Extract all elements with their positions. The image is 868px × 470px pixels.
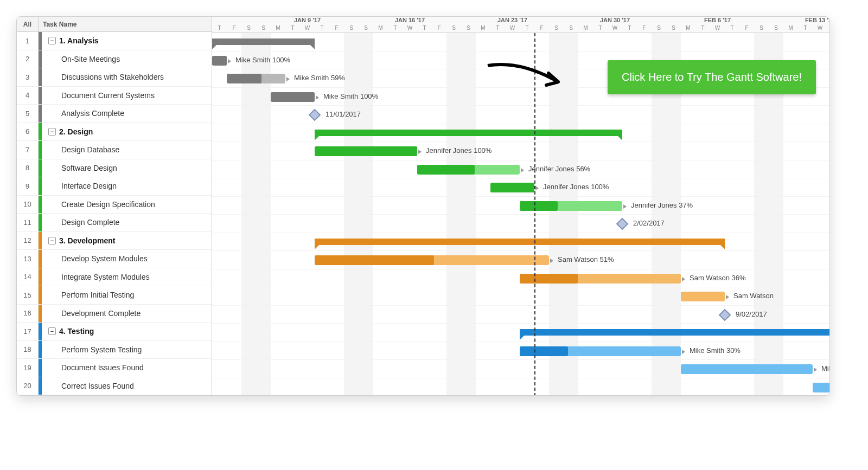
task-row[interactable]: 6−2. Design <box>17 123 212 141</box>
task-name-cell[interactable]: Document Current Systems <box>42 87 212 105</box>
task-name-label: Interface Design <box>61 182 117 190</box>
task-bar[interactable] <box>212 56 227 66</box>
collapse-toggle[interactable]: − <box>48 237 56 244</box>
task-name-cell[interactable]: Interface Design <box>42 177 212 195</box>
task-bar-label: Sam Watson <box>733 292 774 300</box>
dependency-arrow-icon <box>814 368 817 372</box>
task-row[interactable]: 15Perform Initial Testing <box>17 286 212 305</box>
task-name-label: Discussions with Stakeholders <box>61 73 164 81</box>
day-letter: S <box>769 25 783 33</box>
task-name-cell[interactable]: Discussions with Stakeholders <box>42 68 212 86</box>
task-bar[interactable] <box>315 255 549 265</box>
task-bar-label: Jennifer Jones 100% <box>426 146 492 154</box>
task-row[interactable]: 3Discussions with Stakeholders <box>17 68 212 87</box>
task-row[interactable]: 8Software Design <box>17 159 212 178</box>
task-name-cell[interactable]: −1. Analysis <box>42 32 212 50</box>
summary-bar[interactable] <box>315 239 725 245</box>
task-name-cell[interactable]: Integrate System Modules <box>42 268 212 286</box>
task-row[interactable]: 11Design Complete <box>17 214 212 232</box>
column-header-all[interactable]: All <box>17 17 39 31</box>
dependency-arrow-icon <box>286 77 290 81</box>
task-bar[interactable] <box>520 346 681 356</box>
task-name-cell[interactable]: Perform System Testing <box>42 341 212 359</box>
task-row[interactable]: 10Create Design Specification <box>17 196 212 214</box>
day-letter: T <box>212 25 227 33</box>
task-name-cell[interactable]: Create Design Specification <box>42 196 212 214</box>
day-letter: W <box>403 25 417 33</box>
day-letter: T <box>593 25 608 33</box>
task-bar[interactable] <box>681 364 813 374</box>
task-number: 10 <box>17 196 39 214</box>
week-label: FEB 6 '17 <box>666 17 769 25</box>
task-bar[interactable] <box>520 274 681 284</box>
task-row[interactable]: 12−3. Development <box>17 232 212 250</box>
task-number: 5 <box>17 105 39 123</box>
timeline-header: TFSSMTWTFSSMTWTFSSMTWTFSSMTWTFSSMTWTFSSM… <box>212 17 829 33</box>
task-name-cell[interactable]: Document Issues Found <box>42 359 212 377</box>
collapse-toggle[interactable]: − <box>48 128 56 136</box>
task-number: 17 <box>17 323 39 340</box>
task-name-cell[interactable]: On-Site Meetings <box>42 50 212 68</box>
task-name-label: Software Design <box>61 164 117 172</box>
summary-bar[interactable] <box>315 130 622 136</box>
task-bar-label: Jennifer Jones 37% <box>631 201 693 209</box>
task-bar[interactable] <box>315 146 417 156</box>
task-name-cell[interactable]: −4. Testing <box>42 323 212 340</box>
task-row[interactable]: 17−4. Testing <box>17 323 212 341</box>
task-bar[interactable] <box>417 165 520 175</box>
task-row[interactable]: 14Integrate System Modules <box>17 268 212 287</box>
task-row[interactable]: 9Interface Design <box>17 177 212 196</box>
task-bar-progress <box>271 92 315 102</box>
task-row[interactable]: 7Design Database <box>17 141 212 159</box>
task-name-cell[interactable]: Correct Issues Found <box>42 377 212 395</box>
task-name-cell[interactable]: −3. Development <box>42 232 212 250</box>
task-name-cell[interactable]: Develop System Modules <box>42 250 212 268</box>
collapse-toggle[interactable]: − <box>48 37 56 44</box>
day-letter: T <box>490 25 505 33</box>
task-row[interactable]: 13Develop System Modules <box>17 250 212 268</box>
task-name-cell[interactable]: Software Design <box>42 159 212 177</box>
task-bar[interactable] <box>227 74 285 83</box>
task-row[interactable]: 19Document Issues Found <box>17 359 212 377</box>
task-row[interactable]: 4Document Current Systems <box>17 87 212 105</box>
cta-button[interactable]: Click Here to Try The Gantt Software! <box>608 60 816 94</box>
task-bar[interactable] <box>813 383 829 392</box>
task-bar-progress <box>315 255 434 265</box>
task-name-label: 3. Development <box>59 236 115 245</box>
task-number: 9 <box>17 177 39 195</box>
dependency-arrow-icon <box>550 259 553 263</box>
task-name-cell[interactable]: Design Database <box>42 141 212 159</box>
task-row[interactable]: 1−1. Analysis <box>17 32 212 50</box>
task-row[interactable]: 5Analysis Complete <box>17 105 212 123</box>
task-name-label: Analysis Complete <box>61 109 124 118</box>
day-letter: S <box>549 25 564 33</box>
task-name-cell[interactable]: Design Complete <box>42 214 212 231</box>
task-bar[interactable] <box>681 292 725 301</box>
summary-bar[interactable] <box>212 38 315 45</box>
task-bar-label: Jennifer Jones 100% <box>543 183 609 191</box>
collapse-toggle[interactable]: − <box>48 327 56 335</box>
day-letter: W <box>300 25 315 33</box>
column-header-task-name[interactable]: Task Name <box>39 17 212 31</box>
task-name-cell[interactable]: −2. Design <box>42 123 212 141</box>
task-row[interactable]: 16Development Complete <box>17 305 212 323</box>
task-name-cell[interactable]: Analysis Complete <box>42 105 212 123</box>
task-row[interactable]: 2On-Site Meetings <box>17 50 212 69</box>
dependency-arrow-icon <box>418 150 422 154</box>
summary-bar[interactable] <box>520 329 829 336</box>
day-letter: S <box>754 25 769 33</box>
task-number: 16 <box>17 305 39 323</box>
task-bar[interactable] <box>271 92 315 102</box>
day-letter: W <box>710 25 725 33</box>
task-bar[interactable] <box>490 183 534 192</box>
task-row[interactable]: 18Perform System Testing <box>17 341 212 359</box>
day-letter: F <box>534 25 549 33</box>
task-name-cell[interactable]: Perform Initial Testing <box>42 286 212 304</box>
day-letter: S <box>359 25 373 33</box>
task-row[interactable]: 20Correct Issues Found <box>17 377 212 396</box>
task-name-cell[interactable]: Development Complete <box>42 305 212 323</box>
day-letter: T <box>388 25 403 33</box>
day-letter: S <box>241 25 256 33</box>
day-letter: W <box>608 25 622 33</box>
day-letter: S <box>344 25 359 33</box>
